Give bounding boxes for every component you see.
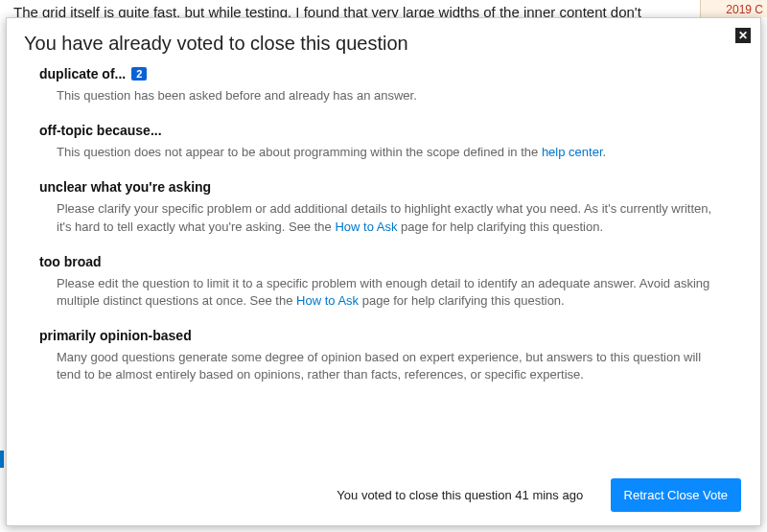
close-vote-modal: ✕ You have already voted to close this q… [6,17,761,526]
close-reason-description: This question has been asked before and … [39,87,728,104]
close-reason[interactable]: duplicate of... 2This question has been … [39,66,728,104]
close-reason-title: too broad [39,254,728,269]
close-reason[interactable]: primarily opinion-basedMany good questio… [39,328,728,383]
close-reason-title: off-topic because... [39,123,728,138]
help-link[interactable]: How to Ask [296,293,359,308]
close-reason[interactable]: off-topic because...This question does n… [39,123,728,161]
help-link[interactable]: How to Ask [335,220,397,234]
close-reasons-list: duplicate of... 2This question has been … [7,62,760,384]
close-reason-title: duplicate of... 2 [39,66,728,81]
help-link[interactable]: help center [542,145,603,159]
vote-status-text: You voted to close this question 41 mins… [337,488,583,502]
vote-count-badge: 2 [131,67,147,81]
background-edge [0,451,4,468]
close-reason-description: Please clarify your specific problem or … [39,200,728,235]
close-reason-title: unclear what you're asking [39,179,728,195]
modal-footer: You voted to close this question 41 mins… [7,467,760,525]
retract-close-vote-button[interactable]: Retract Close Vote [611,478,741,512]
close-reason-description: Please edit the question to limit it to … [39,275,728,310]
close-icon[interactable]: ✕ [735,28,751,43]
close-reason-description: Many good questions generate some degree… [39,349,728,383]
close-reason[interactable]: too broadPlease edit the question to lim… [39,254,728,310]
close-reason-description: This question does not appear to be abou… [39,144,728,161]
background-sidebar-item: 2019 C [700,0,767,17]
close-reason[interactable]: unclear what you're askingPlease clarify… [39,179,728,235]
modal-title: You have already voted to close this que… [7,18,760,62]
close-reason-title: primarily opinion-based [39,328,728,343]
